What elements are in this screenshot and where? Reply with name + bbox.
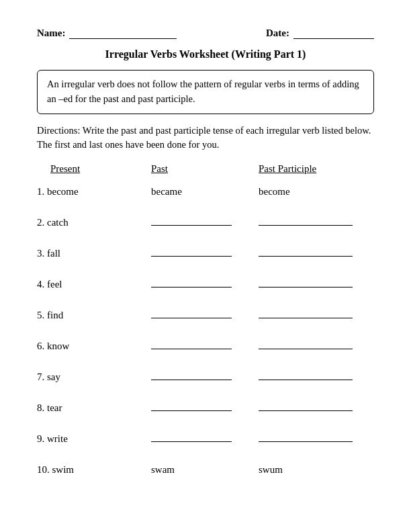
- past-blank-line[interactable]: [151, 337, 232, 349]
- participle-blank-line[interactable]: [259, 399, 353, 411]
- date-label: Date:: [266, 28, 289, 39]
- table-row: 3. fall: [37, 242, 374, 261]
- table-row: 6. know: [37, 335, 374, 353]
- columns-header: Present Past Past Participle: [37, 163, 374, 175]
- participle-cell: [252, 275, 374, 292]
- past-column-header: Past: [144, 163, 252, 175]
- present-cell: 6. know: [37, 341, 144, 353]
- participle-cell: [252, 399, 374, 415]
- directions-text: Directions: Write the past and past part…: [37, 124, 374, 153]
- participle-blank-line[interactable]: [259, 245, 353, 257]
- participle-cell: [252, 245, 374, 261]
- table-row: 7. say: [37, 365, 374, 384]
- past-cell: [144, 214, 252, 230]
- past-blank-line[interactable]: [151, 245, 232, 257]
- participle-cell: [252, 306, 374, 322]
- table-row: 9. write: [37, 427, 374, 446]
- participle-cell: become: [252, 186, 374, 199]
- participle-blank-line[interactable]: [259, 214, 353, 226]
- present-cell: 1. become: [37, 186, 144, 199]
- participle-blank-line[interactable]: [259, 368, 353, 380]
- present-cell: 3. fall: [37, 248, 144, 261]
- past-cell: became: [144, 186, 252, 199]
- name-row: Name: Date:: [37, 27, 374, 39]
- past-blank-line[interactable]: [151, 368, 232, 380]
- participle-cell: [252, 337, 374, 353]
- present-column-header: Present: [37, 163, 144, 175]
- past-blank-line[interactable]: [151, 306, 232, 318]
- table-row: 5. find: [37, 304, 374, 322]
- name-label: Name:: [37, 28, 65, 39]
- name-input-line[interactable]: [69, 27, 177, 39]
- participle-blank-line[interactable]: [259, 306, 353, 318]
- participle-blank-line[interactable]: [259, 430, 353, 442]
- past-cell: [144, 399, 252, 415]
- past-cell: [144, 430, 252, 446]
- page-title: Irregular Verbs Worksheet (Writing Part …: [37, 48, 374, 60]
- present-cell: 8. tear: [37, 402, 144, 415]
- verb-rows-container: 1. becomebecamebecome2. catch3. fall4. f…: [37, 180, 374, 477]
- past-cell: [144, 245, 252, 261]
- past-cell: [144, 275, 252, 292]
- table-row: 2. catch: [37, 211, 374, 230]
- participle-blank-line[interactable]: [259, 337, 353, 349]
- past-cell: [144, 368, 252, 384]
- participle-cell: [252, 368, 374, 384]
- participle-cell: [252, 214, 374, 230]
- present-cell: 7. say: [37, 371, 144, 384]
- past-cell: [144, 337, 252, 353]
- present-cell: 9. write: [37, 433, 144, 446]
- past-blank-line[interactable]: [151, 275, 232, 287]
- participle-column-header: Past Participle: [252, 163, 374, 175]
- table-row: 10. swimswamswum: [37, 458, 374, 477]
- info-box: An irregular verb does not follow the pa…: [37, 70, 374, 114]
- date-input-line[interactable]: [293, 27, 374, 39]
- past-cell: [144, 306, 252, 322]
- past-cell: swam: [144, 464, 252, 477]
- table-row: 8. tear: [37, 396, 374, 415]
- present-cell: 4. feel: [37, 279, 144, 292]
- past-blank-line[interactable]: [151, 399, 232, 411]
- participle-cell: [252, 430, 374, 446]
- past-blank-line[interactable]: [151, 214, 232, 226]
- participle-blank-line[interactable]: [259, 275, 353, 287]
- table-row: 1. becomebecamebecome: [37, 180, 374, 199]
- present-cell: 2. catch: [37, 217, 144, 230]
- table-row: 4. feel: [37, 273, 374, 292]
- present-cell: 5. find: [37, 310, 144, 322]
- past-blank-line[interactable]: [151, 430, 232, 442]
- present-cell: 10. swim: [37, 464, 144, 477]
- participle-cell: swum: [252, 464, 374, 477]
